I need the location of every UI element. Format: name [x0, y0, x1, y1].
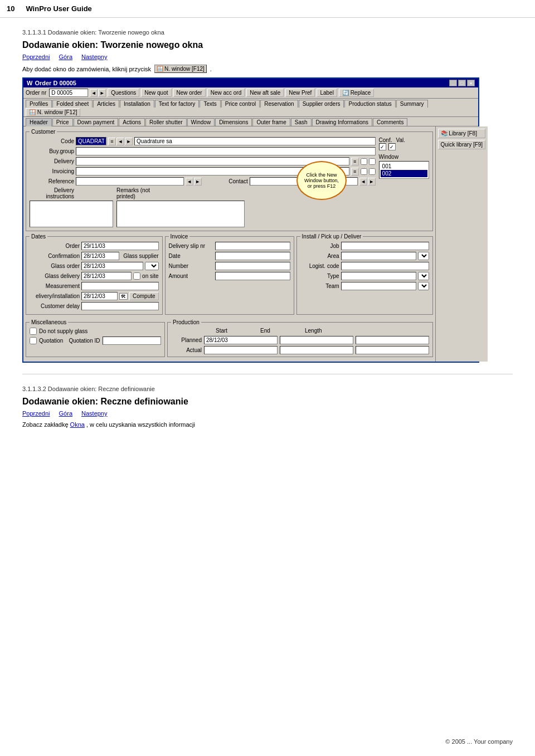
tab-down-payment[interactable]: Down payment — [74, 118, 119, 126]
code-prev-btn[interactable]: ≡ — [108, 138, 116, 145]
invoicing-cb1[interactable] — [361, 168, 367, 175]
tab-reservation[interactable]: Reservation — [260, 100, 298, 108]
reference-input[interactable] — [76, 177, 184, 186]
inv-number-input[interactable] — [215, 262, 290, 270]
code-nav-prev[interactable]: ◄ — [116, 138, 124, 145]
on-site-cb[interactable] — [133, 272, 140, 280]
delivery-menu-btn[interactable]: ≡ — [351, 158, 359, 165]
remarks-textarea[interactable] — [116, 201, 245, 227]
area-select[interactable] — [418, 252, 429, 260]
tab-header[interactable]: Header — [26, 118, 52, 126]
quick-library-btn[interactable]: Quick library [F9] — [438, 140, 486, 149]
type-select[interactable] — [418, 272, 429, 280]
actual-end-input[interactable] — [280, 346, 353, 354]
delivery-install-input[interactable] — [81, 292, 118, 300]
n-window-btn[interactable]: 🪟 N. window [F12] — [26, 108, 80, 116]
val-checkbox[interactable]: ✓ — [388, 143, 396, 150]
tab-folded-sheet[interactable]: Folded sheet — [52, 100, 93, 108]
job-input[interactable] — [341, 242, 429, 250]
tab-actions[interactable]: Actions — [119, 118, 145, 126]
buy-group-input[interactable] — [76, 147, 376, 155]
tab-sash[interactable]: Sash — [291, 118, 312, 126]
order-input[interactable] — [49, 89, 88, 97]
tab-roller-shutter[interactable]: Roller shutter — [145, 118, 186, 126]
order-prev-btn[interactable]: ◄ — [90, 89, 98, 97]
actual-start-input[interactable] — [204, 346, 278, 354]
minimize-button[interactable]: _ — [449, 80, 457, 86]
order-next-btn[interactable]: ► — [98, 89, 106, 97]
team-input[interactable] — [341, 282, 416, 290]
new-aft-sale-btn[interactable]: New aft sale — [246, 89, 284, 97]
tab-price[interactable]: Price — [52, 118, 73, 126]
logist-code-input[interactable] — [341, 262, 429, 270]
delivery-cb1[interactable] — [361, 158, 367, 165]
new-quot-btn[interactable]: New quot — [141, 89, 171, 97]
nav2-next[interactable]: Nastepny — [81, 410, 107, 417]
nav-up[interactable]: Góra — [59, 53, 72, 60]
tab-articles[interactable]: Articles — [93, 100, 119, 108]
library-f8-btn[interactable]: 📚 Library [F8] — [438, 129, 486, 138]
new-pref-btn[interactable]: New Pref — [285, 89, 315, 97]
planned-end-input[interactable] — [280, 336, 353, 344]
compute-btn[interactable]: Compute — [129, 292, 159, 300]
tab-summary[interactable]: Summary — [396, 100, 428, 108]
delivery-slip-input[interactable] — [215, 242, 290, 250]
glass-delivery-input[interactable] — [81, 272, 132, 280]
questions-btn[interactable]: Questions — [108, 89, 139, 97]
planned-start-input[interactable] — [204, 336, 278, 344]
delivery-cb2[interactable] — [369, 158, 376, 165]
tab-drawing-info[interactable]: Drawing Informations — [312, 118, 372, 126]
no-supply-cb[interactable] — [30, 328, 37, 335]
label-btn[interactable]: Label — [317, 89, 337, 97]
window-item-002[interactable]: 002 — [381, 170, 427, 177]
tab-outer-frame[interactable]: Outer frame — [252, 118, 290, 126]
nav2-up[interactable]: Góra — [59, 410, 72, 417]
new-acc-ord-btn[interactable]: New acc ord — [207, 89, 245, 97]
contact-prev-btn[interactable]: ◄ — [359, 178, 367, 186]
type-input[interactable] — [341, 272, 416, 280]
nav-next[interactable]: Nastepny — [81, 53, 107, 60]
tab-price-control[interactable]: Price control — [221, 100, 260, 108]
tab-production-status[interactable]: Production status — [344, 100, 395, 108]
team-select[interactable] — [418, 282, 429, 290]
tab-window[interactable]: Window — [187, 118, 215, 126]
tab-texts[interactable]: Texts — [200, 100, 220, 108]
tab-text-factory[interactable]: Text for factory — [155, 100, 200, 108]
glass-order-select[interactable] — [145, 262, 159, 270]
window-item-001[interactable]: 001 — [381, 163, 427, 170]
replace-btn[interactable]: 🔄 Replace — [339, 89, 374, 97]
code-name-input[interactable] — [134, 137, 376, 145]
measurement-input[interactable] — [81, 282, 159, 290]
conf-checkbox[interactable]: ✓ — [379, 143, 386, 150]
tab-profiles[interactable]: Profiles — [26, 100, 52, 108]
quotation-cb[interactable] — [30, 337, 37, 344]
actual-length-input[interactable] — [356, 346, 429, 354]
invoicing-menu-btn[interactable]: ≡ — [351, 168, 359, 175]
okna-link[interactable]: Okna — [70, 421, 85, 428]
area-input[interactable] — [341, 252, 416, 260]
delivery-instr-textarea[interactable] — [30, 201, 113, 227]
code-nav-next[interactable]: ► — [125, 138, 133, 145]
tab-installation[interactable]: Installation — [120, 100, 154, 108]
ref-next-btn[interactable]: ► — [194, 178, 202, 186]
inv-amount-input[interactable] — [215, 272, 290, 280]
quotation-id-input[interactable] — [103, 336, 161, 345]
ref-prev-btn[interactable]: ◄ — [186, 178, 193, 186]
tab-dimensions[interactable]: Dimensions — [215, 118, 252, 126]
nav2-prev[interactable]: Poprzedni — [22, 410, 50, 417]
invoicing-cb2[interactable] — [369, 168, 376, 175]
maximize-button[interactable]: □ — [458, 80, 466, 86]
code-input[interactable] — [76, 137, 106, 145]
inv-date-input[interactable] — [215, 252, 290, 260]
order-date-input[interactable] — [81, 242, 159, 250]
glass-order-input[interactable] — [81, 262, 143, 270]
planned-length-input[interactable] — [356, 336, 429, 344]
close-button[interactable]: × — [467, 80, 475, 86]
nav-prev[interactable]: Poprzedni — [22, 53, 50, 60]
tab-comments[interactable]: Comments — [373, 118, 407, 126]
customer-delay-input[interactable] — [81, 302, 159, 310]
tab-supplier-orders[interactable]: Supplier orders — [299, 100, 344, 108]
new-order-btn[interactable]: New order — [173, 89, 206, 97]
confirmation-input[interactable] — [81, 252, 119, 260]
contact-next-btn[interactable]: ► — [368, 178, 376, 186]
